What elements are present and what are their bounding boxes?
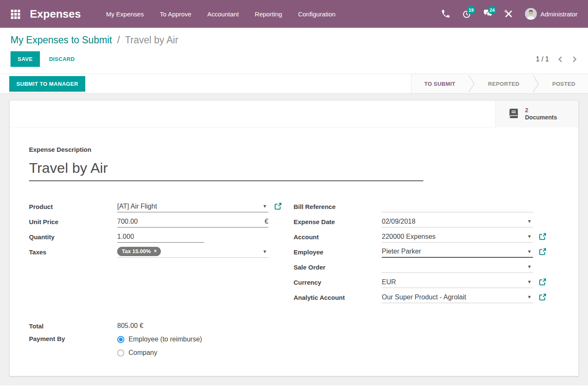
- tools-icon[interactable]: [504, 9, 513, 19]
- top-navbar: Expenses My Expenses To Approve Accounta…: [0, 0, 588, 28]
- dropdown-caret-icon[interactable]: ▼: [527, 264, 532, 269]
- currency-label: Currency: [294, 279, 382, 286]
- payment-option-employee[interactable]: Employee (to reimburse): [117, 333, 202, 346]
- status-step-arrow-icon: [468, 74, 475, 93]
- field-row-analytic-account: Analytic Account Our Super Product - Agr…: [294, 290, 533, 305]
- dropdown-caret-icon[interactable]: ▼: [262, 204, 267, 209]
- status-step-reported[interactable]: REPORTED: [475, 74, 532, 93]
- radio-selected-icon[interactable]: [117, 336, 124, 343]
- external-link-icon[interactable]: [275, 203, 282, 210]
- account-input[interactable]: 220000 Expenses ▼: [382, 231, 533, 243]
- external-link-icon[interactable]: [539, 278, 546, 286]
- apps-menu-icon[interactable]: [10, 9, 21, 19]
- currency-input[interactable]: EUR ▼: [382, 276, 533, 288]
- total-row: Total 805.00 €: [29, 319, 559, 333]
- form-left-group: Product [AT] Air Flight ▼ Unit Price 7: [29, 199, 268, 259]
- status-steps: TO SUBMIT REPORTED POSTED: [411, 74, 588, 93]
- pager: 1 / 1: [536, 56, 578, 63]
- currency-symbol: €: [265, 218, 268, 225]
- unit-price-label: Unit Price: [29, 218, 117, 225]
- field-row-employee: Employee Pieter Parker ▼: [294, 244, 533, 259]
- menu-to-approve[interactable]: To Approve: [160, 11, 191, 18]
- book-icon: [507, 108, 520, 120]
- status-step-arrow-icon: [532, 74, 540, 93]
- dropdown-caret-icon[interactable]: ▼: [527, 234, 532, 239]
- bill-reference-label: Bill Reference: [294, 203, 382, 210]
- activities-clock-icon[interactable]: 19: [462, 9, 471, 19]
- breadcrumb-current: Travel by Air: [125, 34, 178, 45]
- documents-count: 2: [525, 107, 557, 114]
- analytic-account-input[interactable]: Our Super Product - Agrolait ▼: [382, 291, 533, 303]
- field-row-expense-date: Expense Date 02/09/2018 ▼: [294, 214, 533, 229]
- radio-unselected-icon[interactable]: [117, 349, 124, 357]
- external-link-icon[interactable]: [539, 293, 546, 301]
- control-panel: My Expenses to Submit / Travel by Air SA…: [0, 28, 588, 74]
- total-label: Total: [29, 323, 117, 330]
- field-row-currency: Currency EUR ▼: [294, 275, 533, 290]
- menu-accountant[interactable]: Accountant: [207, 11, 239, 18]
- status-step-posted[interactable]: POSTED: [540, 74, 588, 93]
- field-row-unit-price: Unit Price 700.00 €: [29, 214, 268, 229]
- messages-chat-icon[interactable]: 24: [483, 9, 492, 19]
- quantity-label: Quantity: [29, 233, 117, 241]
- menu-my-expenses[interactable]: My Expenses: [106, 11, 144, 18]
- analytic-account-label: Analytic Account: [294, 294, 382, 301]
- sale-order-label: Sale Order: [294, 264, 382, 271]
- field-row-taxes: Taxes Tax 15.00% × ▼: [29, 244, 268, 259]
- documents-stat-button[interactable]: 2 Documents: [495, 100, 578, 127]
- field-row-bill-reference: Bill Reference: [294, 199, 533, 214]
- dropdown-caret-icon[interactable]: ▼: [527, 280, 532, 284]
- user-menu[interactable]: Administrator: [525, 8, 578, 20]
- menu-configuration[interactable]: Configuration: [298, 11, 336, 18]
- dropdown-caret-icon[interactable]: ▼: [527, 249, 532, 254]
- expense-date-input[interactable]: 02/09/2018 ▼: [382, 216, 533, 227]
- payment-option-company[interactable]: Company: [117, 346, 202, 360]
- dropdown-caret-icon[interactable]: ▼: [527, 295, 532, 299]
- total-value: 805.00 €: [117, 322, 143, 330]
- main-menu: My Expenses To Approve Accountant Report…: [106, 11, 335, 18]
- phone-icon[interactable]: [441, 9, 450, 19]
- messages-badge: 24: [488, 6, 496, 14]
- account-label: Account: [294, 233, 382, 241]
- documents-label: Documents: [525, 114, 557, 121]
- expense-date-label: Expense Date: [294, 218, 382, 225]
- external-link-icon[interactable]: [539, 248, 546, 255]
- field-row-quantity: Quantity 1.000: [29, 229, 268, 244]
- external-link-icon[interactable]: [539, 233, 546, 240]
- pager-next-icon[interactable]: [572, 56, 578, 63]
- quantity-input[interactable]: 1.000: [117, 231, 204, 243]
- dropdown-caret-icon[interactable]: ▼: [527, 219, 532, 224]
- unit-price-input[interactable]: 700.00 €: [117, 216, 268, 227]
- pager-value: 1 / 1: [536, 56, 549, 63]
- activities-badge: 19: [467, 6, 475, 14]
- breadcrumb-parent-link[interactable]: My Expenses to Submit: [10, 34, 112, 45]
- payment-by-label: Payment By: [29, 333, 117, 342]
- bill-reference-input[interactable]: [382, 201, 533, 212]
- status-step-to-submit[interactable]: TO SUBMIT: [412, 74, 468, 93]
- product-input[interactable]: [AT] Air Flight ▼: [117, 201, 268, 212]
- taxes-label: Taxes: [29, 249, 117, 256]
- submit-to-manager-button[interactable]: SUBMIT TO MANAGER: [9, 76, 85, 92]
- save-button[interactable]: SAVE: [10, 51, 40, 67]
- tax-tag: Tax 15.00% ×: [117, 247, 161, 256]
- employee-input[interactable]: Pieter Parker ▼: [382, 246, 533, 258]
- totals-section: Total 805.00 € Payment By Employee (to r…: [29, 319, 559, 360]
- menu-reporting[interactable]: Reporting: [255, 11, 282, 18]
- sale-order-input[interactable]: ▼: [382, 261, 533, 273]
- app-title[interactable]: Expenses: [30, 8, 81, 21]
- expense-description-label: Expense Description: [29, 146, 559, 153]
- button-box: 2 Documents: [10, 100, 578, 127]
- breadcrumb: My Expenses to Submit / Travel by Air: [10, 34, 578, 46]
- expense-description-input[interactable]: Travel by Air: [29, 160, 423, 181]
- content-area: 2 Documents Expense Description Travel b…: [0, 94, 588, 386]
- product-label: Product: [29, 203, 117, 210]
- discard-button[interactable]: DISCARD: [49, 56, 75, 62]
- breadcrumb-separator: /: [115, 34, 122, 45]
- remove-tag-icon[interactable]: ×: [154, 248, 157, 254]
- form-right-group: Bill Reference Expense Date 02/09/2018 ▼: [294, 199, 533, 305]
- pager-previous-icon[interactable]: [557, 56, 563, 63]
- taxes-input[interactable]: Tax 15.00% × ▼: [117, 246, 268, 258]
- employee-label: Employee: [294, 249, 382, 256]
- dropdown-caret-icon[interactable]: ▼: [262, 249, 267, 254]
- field-row-account: Account 220000 Expenses ▼: [294, 229, 533, 244]
